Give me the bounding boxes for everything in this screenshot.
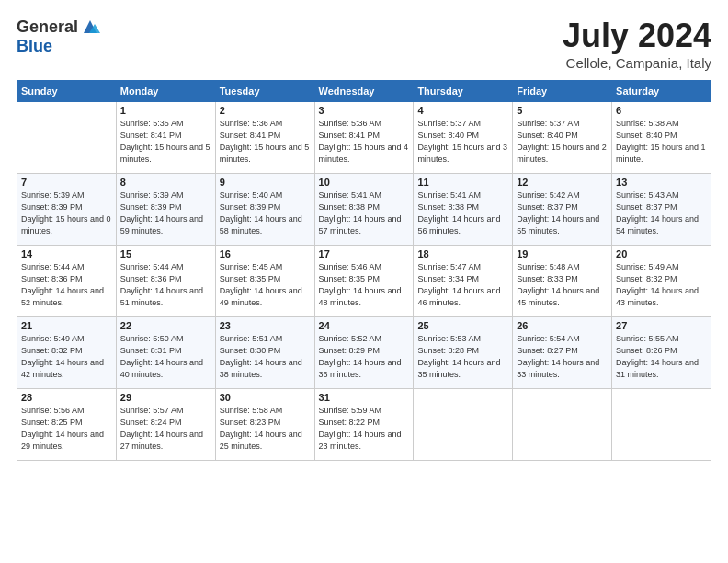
calendar-week-3: 14 Sunrise: 5:44 AMSunset: 8:36 PMDaylig… [17, 246, 711, 317]
subtitle: Cellole, Campania, Italy [563, 55, 711, 71]
day-number: 4 [417, 105, 508, 116]
day-number: 15 [120, 248, 211, 259]
day-number: 30 [220, 392, 311, 403]
day-number: 12 [517, 177, 608, 188]
day-number: 22 [120, 320, 211, 331]
day-number: 28 [21, 392, 112, 403]
calendar-cell: 19 Sunrise: 5:48 AMSunset: 8:33 PMDaylig… [513, 246, 612, 317]
day-number: 19 [517, 248, 608, 259]
day-number: 26 [517, 320, 608, 331]
day-number: 25 [417, 320, 508, 331]
calendar-cell: 4 Sunrise: 5:37 AMSunset: 8:40 PMDayligh… [414, 102, 513, 174]
day-number: 14 [21, 248, 112, 259]
day-info: Sunrise: 5:38 AMSunset: 8:40 PMDaylight:… [616, 118, 707, 166]
calendar-cell [513, 389, 612, 461]
day-number: 11 [417, 177, 508, 188]
col-tuesday: Tuesday [215, 81, 314, 102]
calendar-cell: 29 Sunrise: 5:57 AMSunset: 8:24 PMDaylig… [116, 389, 215, 461]
day-number: 8 [120, 177, 211, 188]
calendar-cell: 21 Sunrise: 5:49 AMSunset: 8:32 PMDaylig… [17, 317, 117, 389]
day-number: 2 [220, 105, 311, 116]
day-info: Sunrise: 5:36 AMSunset: 8:41 PMDaylight:… [220, 118, 311, 166]
calendar-cell: 6 Sunrise: 5:38 AMSunset: 8:40 PMDayligh… [612, 102, 711, 174]
col-wednesday: Wednesday [314, 81, 414, 102]
calendar-cell: 20 Sunrise: 5:49 AMSunset: 8:32 PMDaylig… [612, 246, 711, 317]
day-info: Sunrise: 5:44 AMSunset: 8:36 PMDaylight:… [21, 261, 112, 309]
col-sunday: Sunday [17, 81, 117, 102]
calendar-cell: 3 Sunrise: 5:36 AMSunset: 8:41 PMDayligh… [314, 102, 414, 174]
col-saturday: Saturday [612, 81, 711, 102]
calendar-cell: 15 Sunrise: 5:44 AMSunset: 8:36 PMDaylig… [116, 246, 215, 317]
day-number: 24 [319, 320, 410, 331]
day-info: Sunrise: 5:36 AMSunset: 8:41 PMDaylight:… [319, 118, 410, 166]
day-info: Sunrise: 5:56 AMSunset: 8:25 PMDaylight:… [21, 405, 112, 453]
calendar-cell: 14 Sunrise: 5:44 AMSunset: 8:36 PMDaylig… [17, 246, 117, 317]
day-number: 1 [120, 105, 211, 116]
calendar-cell: 2 Sunrise: 5:36 AMSunset: 8:41 PMDayligh… [215, 102, 314, 174]
day-info: Sunrise: 5:41 AMSunset: 8:38 PMDaylight:… [417, 190, 508, 237]
calendar-cell: 18 Sunrise: 5:47 AMSunset: 8:34 PMDaylig… [414, 246, 513, 317]
logo-blue-text: Blue [17, 37, 52, 56]
main-title: July 2024 [563, 17, 711, 55]
day-info: Sunrise: 5:48 AMSunset: 8:33 PMDaylight:… [517, 261, 608, 309]
logo: General Blue [17, 17, 100, 56]
col-friday: Friday [513, 81, 612, 102]
calendar-cell: 17 Sunrise: 5:46 AMSunset: 8:35 PMDaylig… [314, 246, 414, 317]
day-info: Sunrise: 5:57 AMSunset: 8:24 PMDaylight:… [120, 405, 211, 453]
day-info: Sunrise: 5:53 AMSunset: 8:28 PMDaylight:… [417, 333, 508, 381]
day-info: Sunrise: 5:42 AMSunset: 8:37 PMDaylight:… [517, 190, 608, 237]
day-info: Sunrise: 5:59 AMSunset: 8:22 PMDaylight:… [319, 405, 410, 453]
day-number: 6 [616, 105, 707, 116]
calendar-table: Sunday Monday Tuesday Wednesday Thursday… [17, 80, 711, 461]
day-number: 18 [417, 248, 508, 259]
day-info: Sunrise: 5:35 AMSunset: 8:41 PMDaylight:… [120, 118, 211, 166]
calendar-cell: 7 Sunrise: 5:39 AMSunset: 8:39 PMDayligh… [17, 174, 117, 246]
page: General Blue July 2024 Cellole, Campania… [0, 0, 728, 563]
day-info: Sunrise: 5:39 AMSunset: 8:39 PMDaylight:… [120, 190, 211, 237]
day-info: Sunrise: 5:54 AMSunset: 8:27 PMDaylight:… [517, 333, 608, 381]
day-info: Sunrise: 5:41 AMSunset: 8:38 PMDaylight:… [319, 190, 410, 237]
calendar-cell: 8 Sunrise: 5:39 AMSunset: 8:39 PMDayligh… [116, 174, 215, 246]
day-number: 13 [616, 177, 707, 188]
day-number: 10 [319, 177, 410, 188]
day-number: 27 [616, 320, 707, 331]
day-number: 21 [21, 320, 112, 331]
logo-general-text: General [17, 17, 78, 37]
day-number: 20 [616, 248, 707, 259]
calendar-cell: 11 Sunrise: 5:41 AMSunset: 8:38 PMDaylig… [414, 174, 513, 246]
day-info: Sunrise: 5:50 AMSunset: 8:31 PMDaylight:… [120, 333, 211, 381]
calendar-cell: 9 Sunrise: 5:40 AMSunset: 8:39 PMDayligh… [215, 174, 314, 246]
day-info: Sunrise: 5:43 AMSunset: 8:37 PMDaylight:… [616, 190, 707, 237]
calendar-cell: 24 Sunrise: 5:52 AMSunset: 8:29 PMDaylig… [314, 317, 414, 389]
calendar-cell: 27 Sunrise: 5:55 AMSunset: 8:26 PMDaylig… [612, 317, 711, 389]
day-info: Sunrise: 5:47 AMSunset: 8:34 PMDaylight:… [417, 261, 508, 309]
header: General Blue July 2024 Cellole, Campania… [17, 17, 711, 71]
calendar-cell: 23 Sunrise: 5:51 AMSunset: 8:30 PMDaylig… [215, 317, 314, 389]
day-info: Sunrise: 5:37 AMSunset: 8:40 PMDaylight:… [417, 118, 508, 166]
calendar-cell: 26 Sunrise: 5:54 AMSunset: 8:27 PMDaylig… [513, 317, 612, 389]
calendar-cell: 30 Sunrise: 5:58 AMSunset: 8:23 PMDaylig… [215, 389, 314, 461]
day-number: 17 [319, 248, 410, 259]
day-info: Sunrise: 5:52 AMSunset: 8:29 PMDaylight:… [319, 333, 410, 381]
day-info: Sunrise: 5:37 AMSunset: 8:40 PMDaylight:… [517, 118, 608, 166]
calendar-week-1: 1 Sunrise: 5:35 AMSunset: 8:41 PMDayligh… [17, 102, 711, 174]
calendar-cell [612, 389, 711, 461]
day-info: Sunrise: 5:55 AMSunset: 8:26 PMDaylight:… [616, 333, 707, 381]
day-info: Sunrise: 5:49 AMSunset: 8:32 PMDaylight:… [21, 333, 112, 381]
calendar-cell: 12 Sunrise: 5:42 AMSunset: 8:37 PMDaylig… [513, 174, 612, 246]
day-number: 29 [120, 392, 211, 403]
day-info: Sunrise: 5:45 AMSunset: 8:35 PMDaylight:… [220, 261, 311, 309]
calendar-cell: 16 Sunrise: 5:45 AMSunset: 8:35 PMDaylig… [215, 246, 314, 317]
title-block: July 2024 Cellole, Campania, Italy [563, 17, 711, 71]
calendar-week-4: 21 Sunrise: 5:49 AMSunset: 8:32 PMDaylig… [17, 317, 711, 389]
day-number: 23 [220, 320, 311, 331]
logo-icon [80, 17, 100, 37]
day-info: Sunrise: 5:46 AMSunset: 8:35 PMDaylight:… [319, 261, 410, 309]
day-info: Sunrise: 5:39 AMSunset: 8:39 PMDaylight:… [21, 190, 112, 237]
calendar-cell: 25 Sunrise: 5:53 AMSunset: 8:28 PMDaylig… [414, 317, 513, 389]
calendar-cell: 31 Sunrise: 5:59 AMSunset: 8:22 PMDaylig… [314, 389, 414, 461]
day-info: Sunrise: 5:58 AMSunset: 8:23 PMDaylight:… [220, 405, 311, 453]
day-number: 7 [21, 177, 112, 188]
day-number: 5 [517, 105, 608, 116]
calendar-week-5: 28 Sunrise: 5:56 AMSunset: 8:25 PMDaylig… [17, 389, 711, 461]
